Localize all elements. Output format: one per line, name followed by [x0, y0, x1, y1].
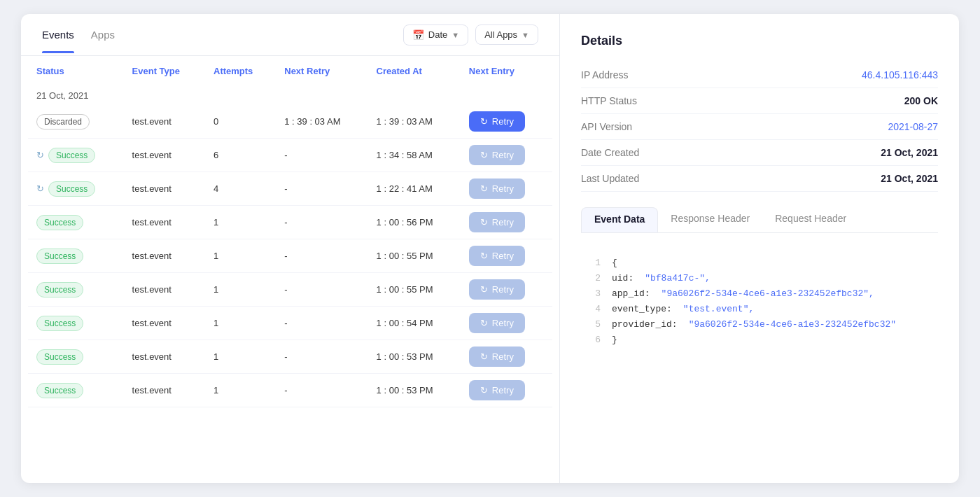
retry-history-icon: ↻ [36, 150, 44, 160]
tab-events[interactable]: Events [42, 16, 74, 53]
detail-fields: IP Address 46.4.105.116:443 HTTP Status … [581, 62, 938, 192]
retry-btn-label: Retry [492, 251, 514, 261]
col-created-at: Created At [368, 56, 461, 83]
status-badge: Success [36, 248, 83, 264]
date-group-row: 21 Oct, 2021 [28, 83, 552, 105]
retry-btn-icon: ↻ [480, 385, 488, 396]
retry-btn-label: Retry [492, 217, 514, 227]
status-badge: Success [36, 349, 83, 365]
code-line: 6 } [589, 332, 930, 348]
tab-apps[interactable]: Apps [91, 16, 115, 53]
detail-label: HTTP Status [581, 95, 637, 106]
status-badge: Success [36, 215, 83, 230]
attempts-cell: 1 [205, 206, 276, 239]
detail-row: API Version 2021-08-27 [581, 114, 938, 140]
created-at-cell: 1 : 00 : 55 PM [368, 239, 461, 273]
events-table: Status Event Type Attempts Next Retry Cr… [28, 56, 552, 407]
code-text: event_type: [612, 302, 672, 317]
retry-btn-label: Retry [492, 116, 514, 127]
col-next-retry: Next Retry [276, 56, 368, 83]
retry-btn-label: Retry [492, 150, 514, 160]
table-row: Success test.event 1 - 1 : 00 : 53 PM ↻ … [28, 374, 552, 407]
code-text: app_id: [612, 286, 650, 302]
attempts-cell: 4 [205, 172, 276, 206]
code-line: 1 { [589, 255, 930, 271]
detail-value: 46.4.105.116:443 [862, 69, 938, 80]
status-badge: Success [36, 316, 83, 331]
retry-button[interactable]: ↻ Retry [469, 111, 525, 132]
next-retry-cell: - [276, 340, 368, 374]
status-cell: ↻ Success [28, 139, 124, 172]
status-cell: Success [28, 340, 124, 374]
retry-cell: ↻ Retry [461, 340, 552, 374]
attempts-cell: 1 [205, 273, 276, 307]
attempts-cell: 1 [205, 239, 276, 273]
attempts-cell: 6 [205, 139, 276, 172]
code-value: "bf8a417c-", [645, 271, 710, 286]
status-cell: Success [28, 374, 124, 407]
retry-button[interactable]: ↻ Retry [469, 212, 525, 232]
event-type-cell: test.event [124, 273, 205, 307]
code-line: 5 provider_id: "9a6026f2-534e-4ce6-a1e3-… [589, 317, 930, 332]
code-text: uid: [612, 271, 634, 286]
detail-value: 21 Oct, 2021 [881, 147, 938, 158]
retry-btn-label: Retry [492, 284, 514, 295]
retry-button[interactable]: ↻ Retry [469, 178, 525, 199]
next-retry-cell: - [276, 139, 368, 172]
date-group-label: 21 Oct, 2021 [28, 83, 552, 105]
date-filter[interactable]: 📅 Date ▼ [403, 24, 468, 46]
retry-cell: ↻ Retry [461, 273, 552, 307]
created-at-cell: 1 : 00 : 53 PM [368, 374, 461, 407]
code-text: } [612, 332, 617, 348]
retry-button[interactable]: ↻ Retry [469, 313, 525, 333]
status-badge: Success [36, 383, 83, 398]
code-line: 3 app_id: "9a6026f2-534e-4ce6-a1e3-23245… [589, 286, 930, 302]
status-cell: Success [28, 239, 124, 273]
table-row: ↻ Success test.event 6 - 1 : 34 : 58 AM … [28, 139, 552, 172]
col-status: Status [28, 56, 124, 83]
status-badge: Discarded [36, 114, 90, 130]
retry-btn-icon: ↻ [480, 150, 488, 160]
table-wrap: Status Event Type Attempts Next Retry Cr… [21, 56, 559, 483]
event-type-cell: test.event [124, 139, 205, 172]
attempts-cell: 1 [205, 307, 276, 340]
detail-tab[interactable]: Event Data [581, 207, 658, 232]
status-cell: Success [28, 273, 124, 307]
retry-button[interactable]: ↻ Retry [469, 380, 525, 400]
retry-cell: ↻ Retry [461, 307, 552, 340]
retry-button[interactable]: ↻ Retry [469, 246, 525, 266]
line-number: 4 [589, 302, 601, 317]
detail-label: IP Address [581, 69, 628, 80]
status-cell: Success [28, 206, 124, 239]
left-panel: Events Apps 📅 Date ▼ All Apps ▼ Status [21, 14, 560, 483]
right-panel: Details IP Address 46.4.105.116:443 HTTP… [560, 14, 959, 483]
line-number: 6 [589, 332, 601, 348]
detail-tab[interactable]: Response Header [658, 207, 762, 232]
apps-filter[interactable]: All Apps ▼ [475, 24, 538, 45]
retry-cell: ↻ Retry [461, 374, 552, 407]
detail-row: Last Updated 21 Oct, 2021 [581, 166, 938, 192]
main-container: Events Apps 📅 Date ▼ All Apps ▼ Status [21, 14, 959, 483]
retry-btn-label: Retry [492, 385, 514, 396]
status-cell: ↻ Success [28, 172, 124, 206]
apps-chevron-icon: ▼ [522, 31, 529, 39]
next-retry-cell: 1 : 39 : 03 AM [276, 105, 368, 139]
table-row: ↻ Success test.event 4 - 1 : 22 : 41 AM … [28, 172, 552, 206]
tabs-bar: Events Apps 📅 Date ▼ All Apps ▼ [21, 14, 559, 56]
col-attempts: Attempts [205, 56, 276, 83]
retry-button[interactable]: ↻ Retry [469, 279, 525, 300]
retry-cell: ↻ Retry [461, 172, 552, 206]
retry-cell: ↻ Retry [461, 206, 552, 239]
retry-btn-icon: ↻ [480, 318, 488, 328]
detail-tab[interactable]: Request Header [762, 207, 859, 232]
next-retry-cell: - [276, 273, 368, 307]
retry-btn-label: Retry [492, 183, 514, 194]
line-number: 5 [589, 317, 601, 332]
created-at-cell: 1 : 00 : 56 PM [368, 206, 461, 239]
detail-label: Last Updated [581, 173, 639, 184]
retry-button[interactable]: ↻ Retry [469, 346, 525, 367]
retry-button[interactable]: ↻ Retry [469, 145, 525, 165]
attempts-cell: 0 [205, 105, 276, 139]
filters: 📅 Date ▼ All Apps ▼ [403, 24, 538, 46]
code-block: 1 { 2 uid: "bf8a417c-", 3 app_id: "9a602… [581, 244, 938, 360]
